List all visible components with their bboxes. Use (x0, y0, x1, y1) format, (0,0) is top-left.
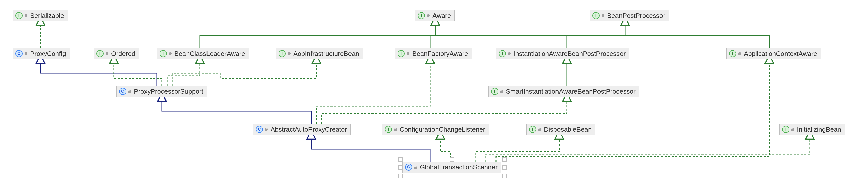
lock-icon (287, 52, 291, 55)
interface-icon: I (16, 12, 23, 19)
node-label: SmartInstantiationAwareBeanPostProcessor (505, 88, 636, 95)
class-icon: C (256, 126, 263, 133)
uml-node-SmartInstBPP[interactable]: ISmartInstantiationAwareBeanPostProcesso… (488, 86, 640, 97)
interface-icon: I (729, 50, 736, 57)
uml-node-BeanClassLoaderAware[interactable]: IBeanClassLoaderAware (157, 48, 249, 59)
node-label: Aware (431, 12, 451, 20)
uml-node-ProxyConfig[interactable]: CProxyConfig (13, 48, 70, 59)
lock-icon (791, 127, 794, 131)
uml-node-DisposableBean[interactable]: IDisposableBean (526, 124, 595, 135)
node-label: GlobalTransactionScanner (419, 163, 498, 171)
class-icon: C (119, 88, 126, 95)
node-label: ProxyProcessorSupport (133, 88, 204, 95)
node-label: ProxyConfig (29, 50, 66, 57)
uml-node-AbstractAutoProxyCreator[interactable]: CAbstractAutoProxyCreator (253, 124, 351, 135)
node-label: InstantiationAwareBeanPostProcessor (513, 50, 626, 57)
lock-icon (168, 52, 172, 55)
node-label: DisposableBean (543, 125, 592, 133)
lock-icon (507, 52, 511, 55)
lock-icon (426, 14, 430, 17)
lock-icon (24, 52, 28, 55)
uml-node-ConfigChangeListener[interactable]: IConfigurationChangeListener (382, 124, 489, 135)
interface-icon: I (529, 126, 536, 133)
node-label: BeanFactoryAware (411, 50, 468, 57)
interface-icon: I (491, 88, 498, 95)
node-label: AopInfrastructureBean (292, 50, 359, 57)
interface-icon: I (96, 50, 103, 57)
lock-icon (500, 90, 503, 93)
interface-icon: I (160, 50, 167, 57)
node-label: ApplicationContextAware (743, 50, 817, 57)
class-icon: C (16, 50, 23, 57)
interface-icon: I (279, 50, 286, 57)
uml-node-AopInfrastructureBean[interactable]: IAopInfrastructureBean (276, 48, 363, 59)
uml-node-BeanFactoryAware[interactable]: IBeanFactoryAware (395, 48, 472, 59)
lock-icon (738, 52, 741, 55)
interface-icon: I (385, 126, 392, 133)
interface-icon: I (398, 50, 405, 57)
uml-node-GlobalTransactionScanner[interactable]: CGlobalTransactionScanner (402, 162, 501, 173)
lock-icon (128, 90, 131, 93)
node-label: Serializable (29, 12, 64, 20)
uml-node-InstantiationAwareBPP[interactable]: IInstantiationAwareBeanPostProcessor (496, 48, 629, 59)
uml-node-Ordered[interactable]: IOrdered (94, 48, 139, 59)
interface-icon: I (592, 12, 599, 19)
uml-node-BeanPostProcessor[interactable]: IBeanPostProcessor (590, 10, 669, 21)
lock-icon (265, 127, 268, 131)
node-label: BeanClassLoaderAware (173, 50, 245, 57)
interface-icon: I (418, 12, 425, 19)
lock-icon (414, 165, 417, 169)
lock-icon (24, 14, 28, 17)
uml-node-ApplicationContextAware[interactable]: IApplicationContextAware (726, 48, 821, 59)
lock-icon (538, 127, 541, 131)
node-label: AbstractAutoProxyCreator (270, 125, 347, 133)
lock-icon (406, 52, 410, 55)
class-icon: C (405, 164, 412, 171)
uml-node-Serializable[interactable]: ISerializable (13, 10, 68, 21)
interface-icon: I (499, 50, 506, 57)
node-label: Ordered (110, 50, 135, 57)
uml-node-InitializingBean[interactable]: IInitializingBean (779, 124, 845, 135)
node-label: ConfigurationChangeListener (399, 125, 485, 133)
node-label: InitializingBean (796, 125, 841, 133)
lock-icon (601, 14, 604, 17)
lock-icon (394, 127, 397, 131)
interface-icon: I (782, 126, 789, 133)
node-label: BeanPostProcessor (606, 12, 665, 20)
uml-node-Aware[interactable]: IAware (415, 10, 455, 21)
lock-icon (105, 52, 108, 55)
uml-node-ProxyProcessorSupport[interactable]: CProxyProcessorSupport (116, 86, 207, 97)
